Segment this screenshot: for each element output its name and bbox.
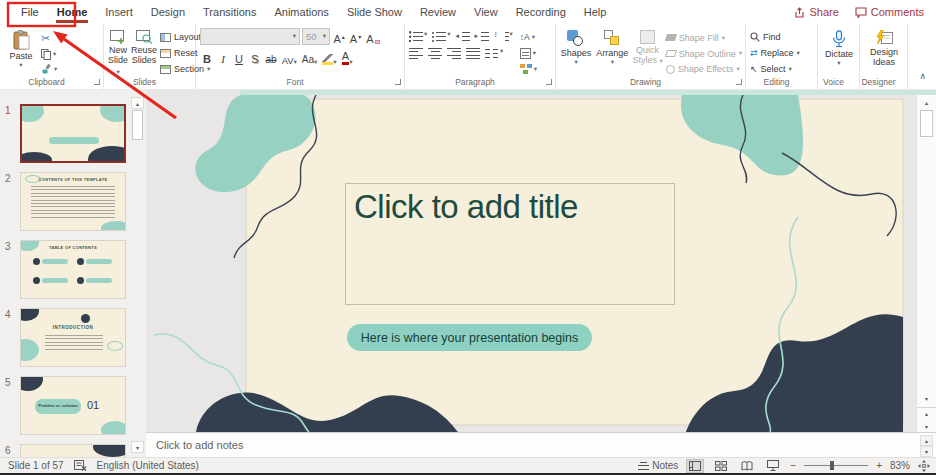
menu-tab-insert[interactable]: Insert xyxy=(96,1,142,23)
line-spacing-button[interactable]: ↕▾ xyxy=(494,31,513,42)
font-dialog-launcher[interactable] xyxy=(395,79,401,85)
cut-button[interactable]: ✂ xyxy=(41,32,57,45)
slideshow-view-button[interactable] xyxy=(764,459,782,473)
menu-tab-home[interactable]: Home xyxy=(48,1,97,23)
shape-effects-button[interactable]: Shape Effects▾ xyxy=(666,62,742,76)
notes-placeholder[interactable]: Click to add notes xyxy=(156,439,243,451)
menu-tab-slideshow[interactable]: Slide Show xyxy=(338,1,411,23)
scroll-up-button[interactable]: ▴ xyxy=(917,95,936,109)
clear-formatting-button[interactable]: A xyxy=(365,29,381,45)
increase-indent-button[interactable]: ▸ xyxy=(475,31,489,42)
scroll-down-button[interactable]: ▾ xyxy=(917,392,936,405)
menu-tab-design[interactable]: Design xyxy=(142,1,194,23)
shrink-font-button[interactable]: A▾ xyxy=(348,29,362,45)
thumbnail-image-slide-4[interactable]: INTRODUCTION xyxy=(20,308,126,367)
shapes-button[interactable]: Shapes ▾ xyxy=(560,28,592,76)
menu-tab-help[interactable]: Help xyxy=(575,1,616,23)
title-placeholder[interactable]: Click to add title xyxy=(345,183,675,305)
bullets-button[interactable]: ▾ xyxy=(409,31,427,42)
menu-tab-review[interactable]: Review xyxy=(411,1,465,23)
language-indicator[interactable]: English (United States) xyxy=(97,460,199,471)
thumbnail-image-slide-5[interactable]: Problem vs. solution 01 xyxy=(20,376,126,435)
new-slide-button[interactable]: New Slide ▾ xyxy=(108,28,128,76)
zoom-slider-thumb[interactable] xyxy=(830,461,834,470)
find-button[interactable]: Find xyxy=(750,30,814,44)
text-direction-button[interactable]: ↕A▾ xyxy=(520,30,537,44)
select-button[interactable]: ↖ Select▾ xyxy=(750,62,814,76)
thumbnail-slide-3[interactable]: 3 TABLE OF CONTENTS xyxy=(0,240,146,302)
thumbnail-slide-5[interactable]: 5 Problem vs. solution 01 xyxy=(0,376,146,438)
font-color-button[interactable]: A▾ xyxy=(340,49,354,65)
numbering-button[interactable]: ▾ xyxy=(432,31,450,42)
character-spacing-button[interactable]: AV▾ xyxy=(280,49,298,65)
reading-view-button[interactable] xyxy=(738,459,756,473)
thumbnail-image-slide-3[interactable]: TABLE OF CONTENTS xyxy=(20,240,126,299)
bold-button[interactable]: B xyxy=(200,49,214,65)
shape-fill-button[interactable]: Shape Fill▾ xyxy=(666,31,742,45)
share-button[interactable]: Share xyxy=(794,6,838,18)
shape-outline-button[interactable]: Shape Outline▾ xyxy=(666,47,742,61)
menu-tab-file[interactable]: File xyxy=(12,1,48,23)
font-name-combo[interactable]: ▾ xyxy=(200,28,300,45)
paste-button[interactable]: Paste ▾ xyxy=(4,28,38,76)
align-right-button[interactable] xyxy=(447,48,461,59)
slide-editor-area[interactable]: Click to add title Here is where your pr… xyxy=(146,95,916,432)
align-text-button[interactable]: ▾ xyxy=(520,46,537,60)
menu-tab-view[interactable]: View xyxy=(465,1,507,23)
thumbnail-scroll-up-button[interactable]: ▴ xyxy=(131,97,144,109)
zoom-out-button[interactable]: − xyxy=(790,460,796,471)
dictate-button[interactable]: Dictate ▾ xyxy=(822,28,856,76)
grow-font-button[interactable]: A▴ xyxy=(332,29,346,45)
fit-slide-to-window-icon[interactable] xyxy=(918,460,930,472)
format-painter-button[interactable]: ▾ xyxy=(41,63,57,76)
subtitle-pill[interactable]: Here is where your presentation begins xyxy=(347,324,592,351)
thumbnail-slide-6[interactable]: 6 xyxy=(0,444,146,457)
thumbnail-image-slide-6[interactable] xyxy=(20,444,126,457)
decrease-indent-button[interactable]: ◂ xyxy=(456,31,470,42)
slide-sorter-view-button[interactable] xyxy=(712,459,730,473)
comments-button[interactable]: Comments xyxy=(855,6,924,18)
thumbnail-slide-2[interactable]: 2 CONTENTS OF THIS TEMPLATE xyxy=(0,172,146,234)
paragraph-dialog-launcher[interactable] xyxy=(546,79,552,85)
thumbnail-image-slide-1[interactable] xyxy=(20,104,126,163)
text-shadow-button[interactable]: S xyxy=(248,49,262,65)
columns-button[interactable]: ▾ xyxy=(485,48,503,59)
menu-tab-transitions[interactable]: Transitions xyxy=(194,1,265,23)
replace-button[interactable]: ⇄ Replace▾ xyxy=(750,46,814,60)
notes-pane[interactable]: Click to add notes ▴ ▾ xyxy=(146,432,936,457)
zoom-level[interactable]: 83% xyxy=(890,460,910,471)
align-center-button[interactable] xyxy=(428,48,442,59)
menu-tab-recording[interactable]: Recording xyxy=(507,1,575,23)
reuse-slides-button[interactable]: Reuse Slides xyxy=(131,28,157,76)
previous-slide-button[interactable]: ▴ xyxy=(917,407,936,419)
design-ideas-button[interactable]: Design Ideas xyxy=(864,28,904,76)
align-left-button[interactable] xyxy=(409,48,423,59)
paste-dropdown-icon[interactable]: ▾ xyxy=(19,62,22,69)
clipboard-dialog-launcher[interactable] xyxy=(94,79,100,85)
copy-button[interactable]: ▾ xyxy=(41,48,57,61)
thumbnail-scroll-down-button[interactable]: ▾ xyxy=(131,441,144,453)
vertical-scrollbar[interactable]: ▴ ▾ ▴ ▾ xyxy=(916,95,936,432)
zoom-in-button[interactable]: + xyxy=(876,460,882,471)
italic-button[interactable]: I xyxy=(216,49,230,65)
font-size-combo[interactable]: 50▾ xyxy=(302,28,330,45)
thumbnail-slide-4[interactable]: 4 INTRODUCTION xyxy=(0,308,146,370)
convert-to-smartart-button[interactable]: ▾ xyxy=(520,62,537,76)
quick-styles-button[interactable]: Quick Styles ▾ xyxy=(632,28,662,76)
change-case-button[interactable]: Aa▾ xyxy=(300,49,319,65)
spell-check-icon[interactable] xyxy=(74,460,87,471)
arrange-button[interactable]: Arrange ▾ xyxy=(595,28,629,76)
next-slide-button[interactable]: ▾ xyxy=(917,420,936,432)
justify-button[interactable] xyxy=(466,48,480,59)
collapse-ribbon-button[interactable]: ∧ xyxy=(908,24,936,89)
notes-scroll-down-button[interactable]: ▾ xyxy=(920,446,933,457)
strikethrough-button[interactable]: ab xyxy=(264,49,278,65)
normal-view-button[interactable] xyxy=(686,459,704,473)
zoom-slider[interactable] xyxy=(804,465,868,466)
scrollbar-thumb[interactable] xyxy=(920,110,933,137)
thumbnail-image-slide-2[interactable]: CONTENTS OF THIS TEMPLATE xyxy=(20,172,126,231)
thumbnail-slide-1[interactable]: 1 xyxy=(0,104,146,166)
text-highlight-button[interactable]: ▾ xyxy=(321,49,338,65)
menu-tab-animations[interactable]: Animations xyxy=(265,1,337,23)
underline-button[interactable]: U xyxy=(232,49,246,65)
